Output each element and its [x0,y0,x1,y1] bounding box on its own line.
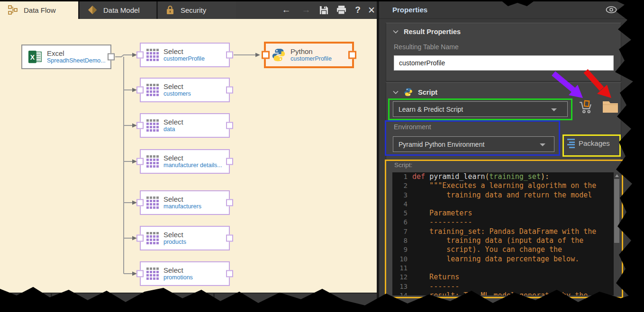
output-port[interactable] [226,235,233,242]
node-subtitle: data [163,126,183,133]
input-port[interactable] [136,122,144,129]
input-port[interactable] [136,52,144,59]
tab-bar: Data Flow Data Model Security ← → [0,1,377,19]
output-port[interactable] [348,51,356,59]
packages-label: Packages [579,139,610,147]
editor-scrollbar[interactable] [614,172,620,295]
script-select-dropdown[interactable]: Learn & Predict Script [393,101,568,117]
python-script-node[interactable]: Python customerProfile [264,42,354,68]
code-token: result: The ML model generated by the [412,291,588,295]
input-port[interactable] [136,199,144,206]
resulting-table-name-label: Resulting Table Name [394,43,459,51]
line-number: 11 [392,264,412,273]
scrollbar-thumb[interactable] [614,179,619,243]
script-code-editor[interactable]: 1def pyramid_learn(training_set):2 """Ex… [392,172,620,295]
code-token: script). You can change the [412,245,562,254]
divider [108,294,109,312]
code-line: 1def pyramid_learn(training_set): [392,172,620,181]
tab-security[interactable]: Security [156,1,236,19]
save-button[interactable] [316,1,331,19]
input-port[interactable] [136,87,144,94]
input-port[interactable] [136,270,144,277]
script-section-header[interactable]: Script [386,83,621,97]
select-node[interactable]: Selectproducts [140,226,230,250]
node-subtitle: SpreadhSheetDemo... [47,57,106,64]
code-line: 7 training_set: Pandas DataFrame with th… [392,227,620,236]
node-title: Select [163,195,201,203]
forward-button[interactable]: → [298,1,314,19]
cart-icon [579,99,592,114]
line-number: 13 [392,282,412,291]
code-token: ( [485,172,490,181]
dropdown-arrow-icon [540,143,545,146]
node-title: Excel [47,49,106,57]
select-node[interactable]: SelectcustomerProfile [140,43,230,67]
code-token: def [412,172,429,181]
open-file-button[interactable] [602,100,618,115]
marketplace-button[interactable] [579,99,592,116]
properties-title: Properties [392,6,427,14]
tab-data-flow[interactable]: Data Flow [0,1,78,19]
line-number: 7 [392,227,412,236]
back-button[interactable]: ← [278,1,294,19]
collapse-chevron-icon[interactable]: ⌃ [163,299,169,306]
input-port[interactable] [136,235,144,242]
script-area-label: Script: [394,161,412,169]
code-token: pyramid_learn [429,172,485,181]
help-button[interactable]: ? [351,1,364,19]
line-number: 9 [392,245,412,254]
collapse-panel-button[interactable]: › [621,3,624,16]
line-number: 4 [392,200,412,209]
divider [213,294,215,312]
tab-label: Security [181,6,206,14]
line-number: 2 [392,181,412,190]
select-node[interactable]: Selectmanufacturer details... [140,149,230,174]
data-model-icon [87,5,98,15]
node-title: Select [163,266,193,274]
output-port[interactable] [226,270,233,277]
select-node[interactable]: Selectmanufacturers [140,190,230,215]
resulting-table-name-input[interactable] [394,55,614,71]
properties-header: Properties › [379,1,644,19]
result-properties-section: Result Properties Resulting Table Name [386,23,621,81]
output-port[interactable] [226,87,233,94]
table-grid-icon [146,155,159,168]
table-grid-icon [146,196,159,209]
messages-tab[interactable]: M [174,299,180,306]
node-subtitle: promotions [163,274,193,281]
output-port[interactable] [226,199,233,206]
result-properties-header[interactable]: Result Properties [386,23,621,36]
input-port[interactable] [136,158,144,165]
print-button[interactable] [333,1,349,19]
code-token: training data and return the model [412,191,592,199]
preview-eye-button[interactable] [606,6,617,15]
environment-dropdown[interactable]: Pyramid Python Environment [393,136,554,152]
input-port[interactable] [262,51,270,59]
select-node[interactable]: Selectcustomers [140,78,230,102]
line-number: 14 [392,291,412,295]
node-subtitle: manufacturers [163,203,201,210]
output-port[interactable] [108,53,115,61]
select-node[interactable]: Selectdata [140,113,230,138]
output-port[interactable] [226,122,233,129]
output-port[interactable] [226,52,233,59]
excel-icon: X [28,50,42,64]
code-line: 14 result: The ML model generated by the [392,291,620,295]
list-icon [567,139,575,148]
canvas[interactable]: X Excel SpreadhSheetDemo... Selectcustom… [0,19,377,293]
node-subtitle: customerProfile [163,55,205,62]
tab-data-model[interactable]: Data Model [78,1,156,19]
node-title: Select [163,231,186,239]
app-window: Data Flow Data Model Security ← → [0,0,644,312]
excel-source-node[interactable]: X Excel SpreadhSheetDemo... [21,45,111,69]
output-port[interactable] [226,158,233,165]
code-line: 3 training data and return the model [392,191,620,200]
packages-button[interactable]: Packages [567,139,610,148]
preview-tab[interactable]: Previ [18,299,33,306]
select-node[interactable]: Selectpromotions [140,261,230,286]
node-title: Select [163,118,183,126]
code-token: training_set: Pandas DataFrame with the [412,227,596,236]
code-token: Returns [412,273,459,281]
code-line: 2 """Executes a learning algorithm on th… [392,181,620,190]
scroll-up-icon[interactable] [615,174,619,177]
